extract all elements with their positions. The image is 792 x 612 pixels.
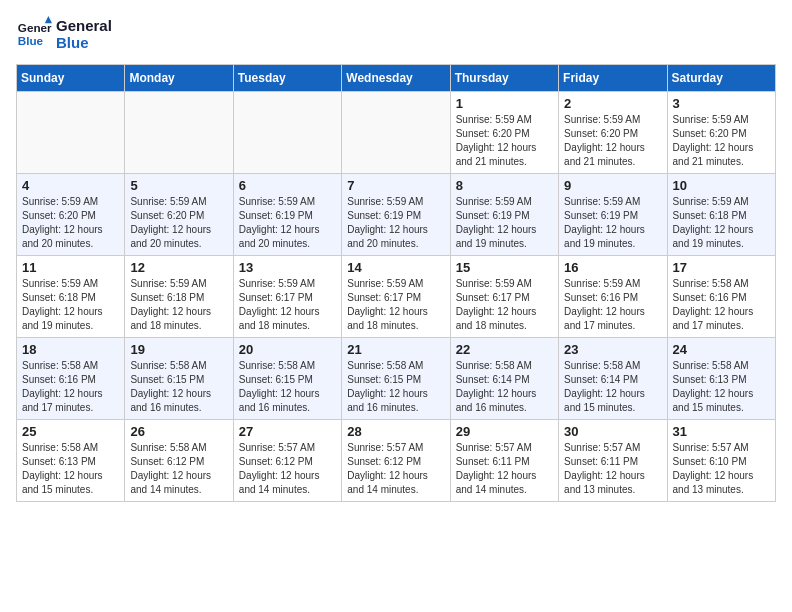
- calendar-cell: 11Sunrise: 5:59 AM Sunset: 6:18 PM Dayli…: [17, 256, 125, 338]
- calendar-cell: 22Sunrise: 5:58 AM Sunset: 6:14 PM Dayli…: [450, 338, 558, 420]
- week-row-5: 25Sunrise: 5:58 AM Sunset: 6:13 PM Dayli…: [17, 420, 776, 502]
- day-number: 18: [22, 342, 119, 357]
- day-info: Sunrise: 5:58 AM Sunset: 6:16 PM Dayligh…: [673, 277, 770, 333]
- logo-blue: Blue: [56, 34, 112, 51]
- svg-marker-2: [45, 16, 52, 23]
- week-row-4: 18Sunrise: 5:58 AM Sunset: 6:16 PM Dayli…: [17, 338, 776, 420]
- day-number: 22: [456, 342, 553, 357]
- day-number: 6: [239, 178, 336, 193]
- calendar-cell: 4Sunrise: 5:59 AM Sunset: 6:20 PM Daylig…: [17, 174, 125, 256]
- weekday-tuesday: Tuesday: [233, 65, 341, 92]
- calendar-cell: 10Sunrise: 5:59 AM Sunset: 6:18 PM Dayli…: [667, 174, 775, 256]
- logo-icon: General Blue: [16, 16, 52, 52]
- weekday-header-row: SundayMondayTuesdayWednesdayThursdayFrid…: [17, 65, 776, 92]
- day-number: 29: [456, 424, 553, 439]
- day-info: Sunrise: 5:58 AM Sunset: 6:14 PM Dayligh…: [456, 359, 553, 415]
- day-number: 21: [347, 342, 444, 357]
- day-number: 23: [564, 342, 661, 357]
- calendar-cell: 9Sunrise: 5:59 AM Sunset: 6:19 PM Daylig…: [559, 174, 667, 256]
- calendar-cell: 19Sunrise: 5:58 AM Sunset: 6:15 PM Dayli…: [125, 338, 233, 420]
- day-info: Sunrise: 5:58 AM Sunset: 6:12 PM Dayligh…: [130, 441, 227, 497]
- day-info: Sunrise: 5:58 AM Sunset: 6:16 PM Dayligh…: [22, 359, 119, 415]
- day-info: Sunrise: 5:58 AM Sunset: 6:13 PM Dayligh…: [22, 441, 119, 497]
- calendar-cell: 28Sunrise: 5:57 AM Sunset: 6:12 PM Dayli…: [342, 420, 450, 502]
- calendar-cell: 27Sunrise: 5:57 AM Sunset: 6:12 PM Dayli…: [233, 420, 341, 502]
- calendar-cell: 14Sunrise: 5:59 AM Sunset: 6:17 PM Dayli…: [342, 256, 450, 338]
- week-row-1: 1Sunrise: 5:59 AM Sunset: 6:20 PM Daylig…: [17, 92, 776, 174]
- day-info: Sunrise: 5:59 AM Sunset: 6:19 PM Dayligh…: [456, 195, 553, 251]
- calendar-cell: 13Sunrise: 5:59 AM Sunset: 6:17 PM Dayli…: [233, 256, 341, 338]
- weekday-thursday: Thursday: [450, 65, 558, 92]
- calendar-cell: 6Sunrise: 5:59 AM Sunset: 6:19 PM Daylig…: [233, 174, 341, 256]
- calendar-cell: 12Sunrise: 5:59 AM Sunset: 6:18 PM Dayli…: [125, 256, 233, 338]
- day-number: 28: [347, 424, 444, 439]
- day-info: Sunrise: 5:59 AM Sunset: 6:19 PM Dayligh…: [239, 195, 336, 251]
- calendar-cell: 5Sunrise: 5:59 AM Sunset: 6:20 PM Daylig…: [125, 174, 233, 256]
- day-number: 3: [673, 96, 770, 111]
- day-info: Sunrise: 5:57 AM Sunset: 6:12 PM Dayligh…: [239, 441, 336, 497]
- calendar-cell: 23Sunrise: 5:58 AM Sunset: 6:14 PM Dayli…: [559, 338, 667, 420]
- day-number: 25: [22, 424, 119, 439]
- calendar-cell: 26Sunrise: 5:58 AM Sunset: 6:12 PM Dayli…: [125, 420, 233, 502]
- calendar-cell: 18Sunrise: 5:58 AM Sunset: 6:16 PM Dayli…: [17, 338, 125, 420]
- weekday-wednesday: Wednesday: [342, 65, 450, 92]
- day-number: 20: [239, 342, 336, 357]
- day-info: Sunrise: 5:59 AM Sunset: 6:20 PM Dayligh…: [456, 113, 553, 169]
- day-info: Sunrise: 5:59 AM Sunset: 6:16 PM Dayligh…: [564, 277, 661, 333]
- day-info: Sunrise: 5:59 AM Sunset: 6:18 PM Dayligh…: [22, 277, 119, 333]
- calendar-cell: 30Sunrise: 5:57 AM Sunset: 6:11 PM Dayli…: [559, 420, 667, 502]
- day-info: Sunrise: 5:57 AM Sunset: 6:10 PM Dayligh…: [673, 441, 770, 497]
- day-info: Sunrise: 5:58 AM Sunset: 6:15 PM Dayligh…: [347, 359, 444, 415]
- logo: General Blue General Blue: [16, 16, 112, 52]
- day-info: Sunrise: 5:59 AM Sunset: 6:18 PM Dayligh…: [130, 277, 227, 333]
- svg-text:Blue: Blue: [18, 34, 44, 47]
- calendar-cell: 3Sunrise: 5:59 AM Sunset: 6:20 PM Daylig…: [667, 92, 775, 174]
- day-info: Sunrise: 5:59 AM Sunset: 6:20 PM Dayligh…: [22, 195, 119, 251]
- day-number: 14: [347, 260, 444, 275]
- calendar-cell: [233, 92, 341, 174]
- day-info: Sunrise: 5:59 AM Sunset: 6:20 PM Dayligh…: [673, 113, 770, 169]
- day-info: Sunrise: 5:58 AM Sunset: 6:15 PM Dayligh…: [130, 359, 227, 415]
- day-number: 11: [22, 260, 119, 275]
- day-number: 17: [673, 260, 770, 275]
- weekday-monday: Monday: [125, 65, 233, 92]
- day-info: Sunrise: 5:59 AM Sunset: 6:17 PM Dayligh…: [456, 277, 553, 333]
- day-info: Sunrise: 5:58 AM Sunset: 6:13 PM Dayligh…: [673, 359, 770, 415]
- calendar-cell: 25Sunrise: 5:58 AM Sunset: 6:13 PM Dayli…: [17, 420, 125, 502]
- calendar-cell: [342, 92, 450, 174]
- calendar-cell: 7Sunrise: 5:59 AM Sunset: 6:19 PM Daylig…: [342, 174, 450, 256]
- day-number: 8: [456, 178, 553, 193]
- calendar-cell: 1Sunrise: 5:59 AM Sunset: 6:20 PM Daylig…: [450, 92, 558, 174]
- day-info: Sunrise: 5:58 AM Sunset: 6:14 PM Dayligh…: [564, 359, 661, 415]
- day-number: 7: [347, 178, 444, 193]
- calendar-cell: 20Sunrise: 5:58 AM Sunset: 6:15 PM Dayli…: [233, 338, 341, 420]
- day-number: 26: [130, 424, 227, 439]
- day-info: Sunrise: 5:59 AM Sunset: 6:19 PM Dayligh…: [564, 195, 661, 251]
- day-info: Sunrise: 5:58 AM Sunset: 6:15 PM Dayligh…: [239, 359, 336, 415]
- calendar-cell: [125, 92, 233, 174]
- day-info: Sunrise: 5:59 AM Sunset: 6:17 PM Dayligh…: [347, 277, 444, 333]
- day-info: Sunrise: 5:57 AM Sunset: 6:11 PM Dayligh…: [456, 441, 553, 497]
- day-number: 31: [673, 424, 770, 439]
- calendar-cell: 29Sunrise: 5:57 AM Sunset: 6:11 PM Dayli…: [450, 420, 558, 502]
- logo-general: General: [56, 17, 112, 34]
- day-number: 13: [239, 260, 336, 275]
- week-row-3: 11Sunrise: 5:59 AM Sunset: 6:18 PM Dayli…: [17, 256, 776, 338]
- day-number: 30: [564, 424, 661, 439]
- day-number: 15: [456, 260, 553, 275]
- day-number: 9: [564, 178, 661, 193]
- calendar-cell: [17, 92, 125, 174]
- day-info: Sunrise: 5:59 AM Sunset: 6:19 PM Dayligh…: [347, 195, 444, 251]
- day-number: 5: [130, 178, 227, 193]
- day-number: 16: [564, 260, 661, 275]
- day-number: 19: [130, 342, 227, 357]
- calendar-cell: 16Sunrise: 5:59 AM Sunset: 6:16 PM Dayli…: [559, 256, 667, 338]
- day-number: 12: [130, 260, 227, 275]
- day-number: 24: [673, 342, 770, 357]
- day-number: 4: [22, 178, 119, 193]
- calendar-table: SundayMondayTuesdayWednesdayThursdayFrid…: [16, 64, 776, 502]
- calendar-cell: 15Sunrise: 5:59 AM Sunset: 6:17 PM Dayli…: [450, 256, 558, 338]
- day-info: Sunrise: 5:57 AM Sunset: 6:11 PM Dayligh…: [564, 441, 661, 497]
- weekday-sunday: Sunday: [17, 65, 125, 92]
- page-header: General Blue General Blue: [16, 16, 776, 52]
